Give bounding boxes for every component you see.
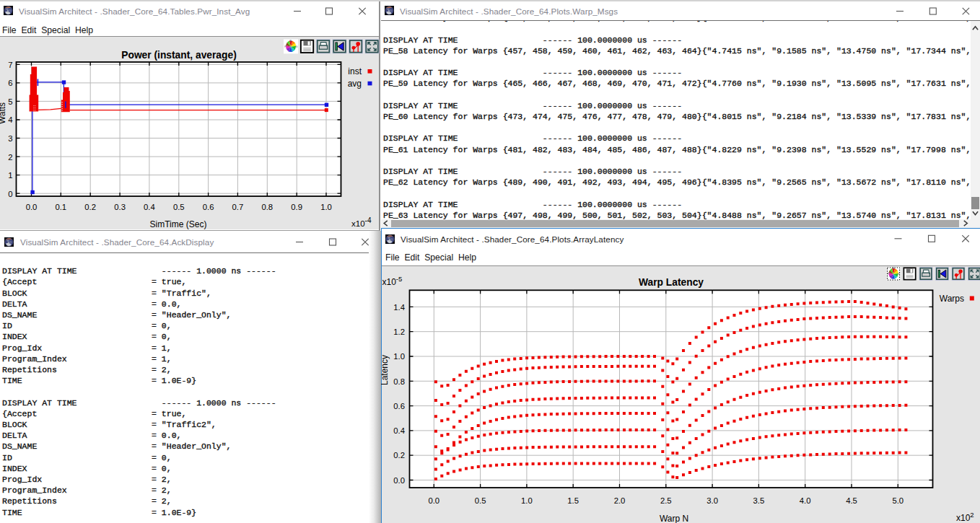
svg-text:1.0: 1.0	[393, 352, 405, 361]
svg-text:4: 4	[8, 115, 12, 124]
svg-text:1.0: 1.0	[320, 203, 332, 211]
svg-text:1.5: 1.5	[567, 496, 579, 505]
svg-text:1.4: 1.4	[393, 303, 405, 312]
svg-text:0.0: 0.0	[393, 476, 405, 485]
svg-text:0.9: 0.9	[291, 203, 302, 211]
svg-text:x10-4: x10-4	[351, 216, 372, 228]
svg-text:0: 0	[8, 190, 12, 198]
svg-text:Warp Latency: Warp Latency	[639, 277, 704, 288]
svg-text:0.7: 0.7	[232, 203, 244, 211]
svg-text:0.5: 0.5	[475, 496, 486, 505]
svg-text:1: 1	[8, 171, 12, 180]
svg-text:3: 3	[8, 134, 12, 143]
svg-text:0.1: 0.1	[55, 203, 66, 211]
svg-text:inst: inst	[348, 66, 362, 76]
svg-text:0.2: 0.2	[84, 203, 96, 211]
svg-text:Warp N: Warp N	[660, 514, 688, 523]
svg-text:0.8: 0.8	[393, 377, 405, 386]
svg-text:Latency: Latency	[381, 355, 390, 385]
svg-text:5.0: 5.0	[892, 496, 904, 505]
svg-text:avg: avg	[348, 79, 362, 89]
svg-text:0.8: 0.8	[261, 203, 273, 211]
svg-text:6: 6	[8, 79, 12, 87]
svg-text:2.0: 2.0	[614, 496, 626, 505]
svg-text:0.4: 0.4	[393, 426, 405, 435]
svg-text:4.5: 4.5	[846, 496, 857, 505]
svg-text:SimTime (Sec): SimTime (Sec)	[150, 219, 207, 229]
svg-text:0.5: 0.5	[173, 203, 185, 211]
svg-text:1.0: 1.0	[521, 496, 533, 505]
svg-text:0.6: 0.6	[393, 402, 405, 410]
svg-text:0.3: 0.3	[114, 203, 126, 211]
svg-text:4.0: 4.0	[800, 496, 811, 505]
svg-text:0.0: 0.0	[26, 203, 38, 211]
svg-text:0.2: 0.2	[393, 451, 405, 460]
svg-text:Power (instant, average): Power (instant, average)	[121, 50, 236, 61]
svg-text:x102: x102	[956, 511, 974, 523]
svg-text:0.0: 0.0	[428, 496, 439, 505]
svg-text:2.5: 2.5	[660, 496, 672, 505]
svg-text:5: 5	[8, 97, 12, 106]
svg-text:0.4: 0.4	[144, 203, 155, 211]
svg-text:x10-5: x10-5	[382, 275, 403, 287]
svg-text:3.0: 3.0	[706, 496, 718, 505]
svg-text:0.6: 0.6	[203, 203, 214, 211]
svg-text:Watts: Watts	[0, 102, 7, 124]
svg-text:1.2: 1.2	[393, 328, 405, 336]
svg-text:7: 7	[8, 61, 12, 69]
svg-text:3.5: 3.5	[753, 496, 765, 505]
svg-text:Warps: Warps	[940, 294, 964, 304]
svg-text:2: 2	[8, 153, 12, 162]
